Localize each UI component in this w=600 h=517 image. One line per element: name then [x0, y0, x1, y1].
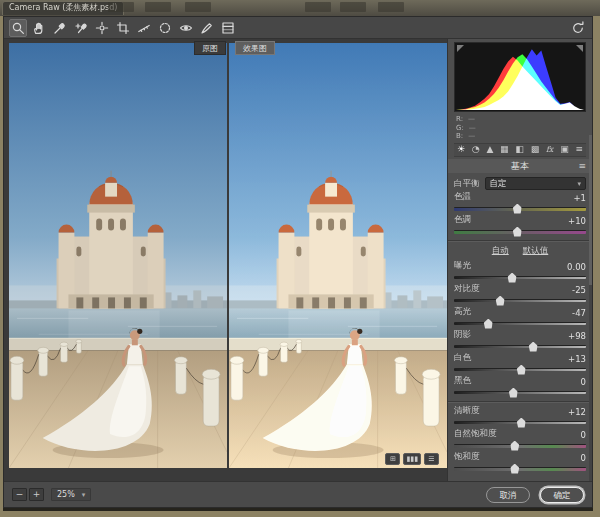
chevron-down-icon: ▾ — [577, 180, 581, 188]
highlights-slider-thumb[interactable] — [484, 319, 493, 329]
tab-effects-icon[interactable]: fx — [546, 143, 553, 156]
adjustment-brush-tool[interactable] — [198, 19, 216, 37]
shadows-label: 阴影 — [454, 329, 471, 341]
targeted-adjustment-tool[interactable] — [93, 19, 111, 37]
temperature-value[interactable]: +1 — [573, 193, 586, 203]
window-title: Camera Raw (柔焦素材.psd) — [9, 3, 117, 12]
vibrance-slider-track[interactable] — [454, 444, 586, 448]
highlights-slider-track[interactable] — [454, 322, 586, 325]
tint-slider-track[interactable] — [454, 230, 586, 234]
blacks-value[interactable]: 0 — [581, 377, 586, 387]
camera-raw-dialog: 原图 效果图 ⊞▮▮▮☰ R:—G:—B:— ☀◔▲▦◧▩fx▣≡ 基本 ≡ — [3, 16, 593, 508]
shadows-value[interactable]: +98 — [568, 331, 586, 341]
preview-menu-button[interactable]: ☰ — [424, 453, 439, 465]
ok-button[interactable]: 确定 — [540, 487, 584, 503]
clarity-value[interactable]: +12 — [568, 407, 586, 417]
cancel-button[interactable]: 取消 — [486, 487, 530, 503]
blacks-label: 黑色 — [454, 375, 471, 387]
zoom-tool[interactable] — [9, 19, 27, 37]
blacks-slider-track[interactable] — [454, 391, 586, 394]
shadows-slider-track[interactable] — [454, 345, 586, 348]
tab-detail-icon[interactable]: ▲ — [486, 143, 493, 156]
histogram-chart — [456, 46, 584, 110]
exposure-value[interactable]: 0.00 — [567, 262, 586, 272]
saturation-label: 饱和度 — [454, 451, 480, 463]
graduated-filter-tool[interactable] — [219, 19, 237, 37]
contrast-slider: 对比度-25 — [454, 284, 586, 307]
zoom-in-button[interactable]: + — [29, 488, 44, 501]
temperature-slider-thumb[interactable] — [513, 204, 522, 214]
whites-slider-thumb[interactable] — [517, 365, 526, 375]
panel-scrollbar-thumb[interactable] — [589, 135, 592, 285]
white-balance-value: 自定 — [490, 178, 507, 190]
auto-default-links: 自动 默认值 — [454, 245, 586, 257]
channel-value: — — [468, 115, 475, 124]
original-image — [9, 43, 227, 468]
saturation-value[interactable]: 0 — [581, 453, 586, 463]
whites-slider-track[interactable] — [454, 368, 586, 371]
channel-value: — — [468, 132, 475, 141]
zoom-out-button[interactable]: − — [12, 488, 27, 501]
tint-label: 色调 — [454, 214, 471, 226]
cycle-view-button[interactable]: ⊞ — [385, 453, 400, 465]
rgb-readout-row: G:— — [456, 124, 584, 133]
tab-hsl-grayscale-icon[interactable]: ▦ — [500, 143, 509, 156]
rotate-right-icon[interactable] — [569, 19, 587, 37]
contrast-slider-track[interactable] — [454, 299, 586, 302]
hand-tool[interactable] — [30, 19, 48, 37]
tab-camera-calibration-icon[interactable]: ▣ — [560, 143, 569, 156]
tab-lens-corrections-icon[interactable]: ▩ — [531, 143, 540, 156]
blacks-slider: 黑色0 — [454, 376, 586, 399]
spot-removal-tool[interactable] — [156, 19, 174, 37]
panel-menu-icon[interactable]: ≡ — [578, 159, 586, 173]
saturation-slider-track[interactable] — [454, 467, 586, 471]
rgb-readout-row: R:— — [456, 115, 584, 124]
before-after-views-button[interactable]: ▮▮▮ — [403, 453, 421, 465]
original-image-pane[interactable] — [9, 43, 227, 468]
crop-tool[interactable] — [114, 19, 132, 37]
tint-value[interactable]: +10 — [568, 216, 586, 226]
bottom-bar: − + 25% ▾ 取消 确定 — [4, 481, 592, 507]
adjustments-panel: R:—G:—B:— ☀◔▲▦◧▩fx▣≡ 基本 ≡ 白平衡 自定 ▾ 色温+1色… — [448, 39, 592, 481]
red-eye-tool[interactable] — [177, 19, 195, 37]
histogram[interactable] — [454, 42, 586, 112]
vibrance-value[interactable]: 0 — [581, 430, 586, 440]
shadows-slider-thumb[interactable] — [529, 342, 538, 352]
tab-presets-icon[interactable]: ≡ — [575, 143, 583, 156]
tab-tone-curve-icon[interactable]: ◔ — [472, 143, 480, 156]
white-balance-label: 白平衡 — [454, 178, 480, 190]
vibrance-label: 自然饱和度 — [454, 428, 497, 440]
zoom-level-select[interactable]: 25% ▾ — [51, 488, 91, 501]
white-balance-tool[interactable] — [51, 19, 69, 37]
auto-link[interactable]: 自动 — [492, 245, 509, 257]
clarity-slider-track[interactable] — [454, 421, 586, 424]
preview-area: 原图 效果图 ⊞▮▮▮☰ — [4, 39, 448, 481]
effect-image-pane[interactable] — [229, 43, 447, 468]
highlights-value[interactable]: -47 — [572, 308, 586, 318]
contrast-value[interactable]: -25 — [572, 285, 586, 295]
clarity-slider-thumb[interactable] — [517, 418, 526, 428]
tint-slider: 色调+10 — [454, 215, 586, 238]
saturation-slider-thumb[interactable] — [510, 464, 519, 474]
dialog-buttons: 取消 确定 — [486, 487, 584, 503]
effect-view-button[interactable]: 效果图 — [235, 41, 275, 55]
whites-value[interactable]: +13 — [568, 354, 586, 364]
background-artifact — [108, 2, 134, 12]
tint-slider-thumb[interactable] — [513, 227, 522, 237]
color-sampler-tool[interactable] — [72, 19, 90, 37]
divider — [448, 401, 592, 403]
contrast-slider-thumb[interactable] — [496, 296, 505, 306]
tab-basic-icon[interactable]: ☀ — [457, 143, 465, 156]
straighten-tool[interactable] — [135, 19, 153, 37]
white-balance-select[interactable]: 自定 ▾ — [485, 177, 587, 190]
exposure-slider-track[interactable] — [454, 276, 586, 279]
blacks-slider-thumb[interactable] — [509, 388, 518, 398]
temperature-slider-track[interactable] — [454, 207, 586, 211]
tab-split-toning-icon[interactable]: ◧ — [515, 143, 524, 156]
default-link[interactable]: 默认值 — [523, 245, 549, 257]
original-view-button[interactable]: 原图 — [194, 41, 226, 55]
saturation-slider: 饱和度0 — [454, 452, 586, 475]
exposure-slider-thumb[interactable] — [508, 273, 517, 283]
window-title-tab[interactable]: Camera Raw (柔焦素材.psd) — [2, 1, 124, 15]
vibrance-slider-thumb[interactable] — [510, 441, 519, 451]
